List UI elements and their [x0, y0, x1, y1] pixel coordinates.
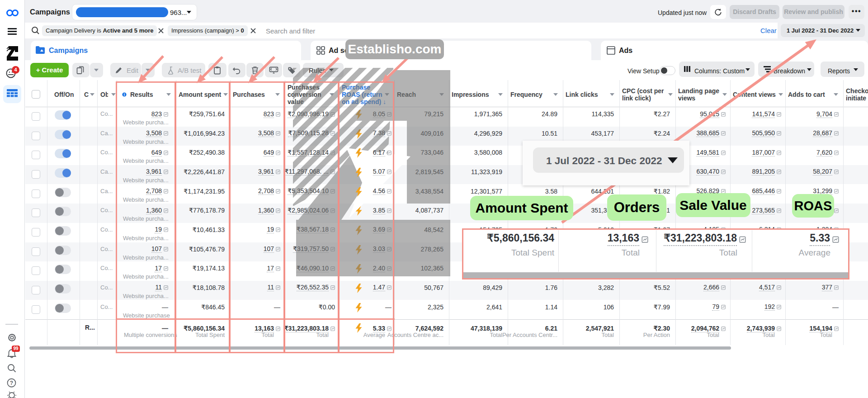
svg-text:?: ?	[10, 380, 13, 386]
